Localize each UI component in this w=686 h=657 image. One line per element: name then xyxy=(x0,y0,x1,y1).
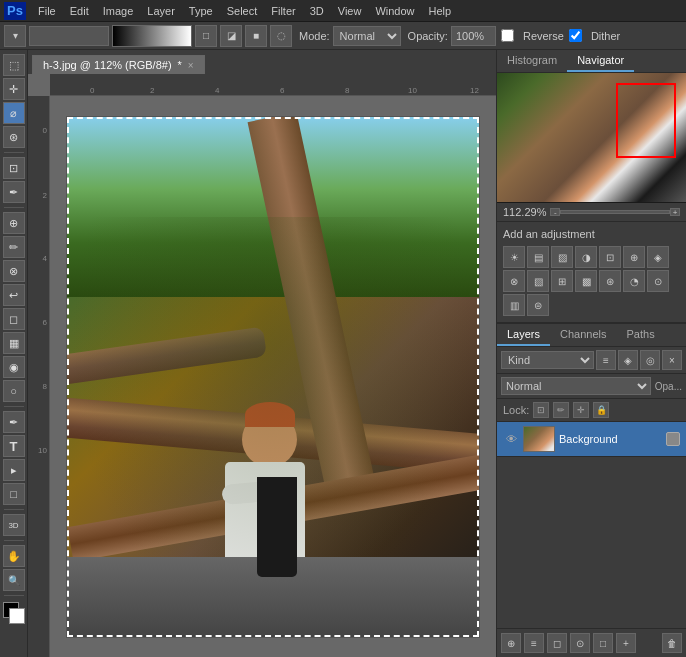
adj-photo-filter[interactable]: ▧ xyxy=(527,270,549,292)
adj-vibrance[interactable]: ⊡ xyxy=(599,246,621,268)
new-group-btn[interactable]: □ xyxy=(593,633,613,653)
link-layers-btn[interactable]: ⊕ xyxy=(501,633,521,653)
adj-posterize[interactable]: ◔ xyxy=(623,270,645,292)
gradient-preview[interactable] xyxy=(112,25,192,47)
adj-selective-color[interactable]: ⊜ xyxy=(527,294,549,316)
mode-icon-2[interactable]: ◪ xyxy=(220,25,242,47)
navigator-view-box xyxy=(616,83,676,158)
menu-image[interactable]: Image xyxy=(97,3,140,19)
layer-name: Background xyxy=(559,433,618,445)
opacity-label: Opa... xyxy=(655,381,682,392)
blur-tool[interactable]: ◉ xyxy=(3,356,25,378)
lock-all-btn[interactable]: 🔒 xyxy=(593,402,609,418)
quick-selection-tool[interactable]: ⊛ xyxy=(3,126,25,148)
menu-edit[interactable]: Edit xyxy=(64,3,95,19)
adj-levels[interactable]: ▤ xyxy=(527,246,549,268)
zoom-in-btn[interactable]: + xyxy=(670,208,680,216)
lock-transparent-btn[interactable]: ⊡ xyxy=(533,402,549,418)
menu-3d[interactable]: 3D xyxy=(304,3,330,19)
blend-mode-select[interactable]: Normal Dissolve Multiply Screen xyxy=(501,377,651,395)
delete-layer-btn[interactable]: 🗑 xyxy=(662,633,682,653)
document-tab[interactable]: h-3.jpg @ 112% (RGB/8#) * × xyxy=(32,55,205,74)
histogram-tab[interactable]: Histogram xyxy=(497,50,567,72)
add-style-btn[interactable]: ≡ xyxy=(524,633,544,653)
lock-image-btn[interactable]: ✏ xyxy=(553,402,569,418)
marquee-tool[interactable]: ⬚ xyxy=(3,54,25,76)
healing-brush-tool[interactable]: ⊕ xyxy=(3,212,25,234)
lock-position-btn[interactable]: ✛ xyxy=(573,402,589,418)
mode-select[interactable]: Normal Dissolve Multiply xyxy=(333,26,401,46)
adj-exposure[interactable]: ◑ xyxy=(575,246,597,268)
adj-bw[interactable]: ⊗ xyxy=(503,270,525,292)
paths-tab[interactable]: Paths xyxy=(617,324,665,346)
layers-filter-adjust[interactable]: ◈ xyxy=(618,350,638,370)
brush-preview[interactable] xyxy=(29,26,109,46)
ruler-mark-4: 4 xyxy=(215,86,219,95)
reverse-checkbox[interactable] xyxy=(501,29,514,42)
gradient-tool[interactable]: ▦ xyxy=(3,332,25,354)
tool-preset-btn[interactable]: ▾ xyxy=(4,25,26,47)
main-content: ⬚ ✛ ⌀ ⊛ ⊡ ✒ ⊕ ✏ ⊗ ↩ ◻ ▦ ◉ ○ ✒ T ▸ □ 3D ✋… xyxy=(0,50,686,657)
3d-tool[interactable]: 3D xyxy=(3,514,25,536)
menu-select[interactable]: Select xyxy=(221,3,264,19)
lasso-tool[interactable]: ⌀ xyxy=(3,102,25,124)
menu-filter[interactable]: Filter xyxy=(265,3,301,19)
layers-tab[interactable]: Layers xyxy=(497,324,550,346)
clone-stamp-tool[interactable]: ⊗ xyxy=(3,260,25,282)
navigator-tab[interactable]: Navigator xyxy=(567,50,634,72)
foreground-color[interactable] xyxy=(3,602,25,624)
mode-icon-4[interactable]: ◌ xyxy=(270,25,292,47)
tab-close-btn[interactable]: × xyxy=(188,60,194,71)
menu-window[interactable]: Window xyxy=(369,3,420,19)
mode-icon-3[interactable]: ■ xyxy=(245,25,267,47)
adj-gradient-map[interactable]: ▥ xyxy=(503,294,525,316)
rectangle-tool[interactable]: □ xyxy=(3,483,25,505)
adj-color-balance[interactable]: ◈ xyxy=(647,246,669,268)
mode-icon-1[interactable]: □ xyxy=(195,25,217,47)
type-tool[interactable]: T xyxy=(3,435,25,457)
adj-curves[interactable]: ▨ xyxy=(551,246,573,268)
adj-channel-mixer[interactable]: ⊞ xyxy=(551,270,573,292)
path-selection-tool[interactable]: ▸ xyxy=(3,459,25,481)
canvas-wrapper[interactable]: 0 2 4 6 8 10 12 0 2 4 6 8 10 xyxy=(28,74,496,657)
navigator-tabs: Histogram Navigator xyxy=(497,50,686,73)
history-brush-tool[interactable]: ↩ xyxy=(3,284,25,306)
eraser-tool[interactable]: ◻ xyxy=(3,308,25,330)
opacity-input[interactable] xyxy=(451,26,496,46)
crop-tool[interactable]: ⊡ xyxy=(3,157,25,179)
menu-type[interactable]: Type xyxy=(183,3,219,19)
dodge-tool[interactable]: ○ xyxy=(3,380,25,402)
move-tool[interactable]: ✛ xyxy=(3,78,25,100)
add-mask-btn[interactable]: ◻ xyxy=(547,633,567,653)
menu-view[interactable]: View xyxy=(332,3,368,19)
kind-select[interactable]: Kind xyxy=(501,351,594,369)
layers-filter-off[interactable]: × xyxy=(662,350,682,370)
menu-help[interactable]: Help xyxy=(423,3,458,19)
adj-invert[interactable]: ⊛ xyxy=(599,270,621,292)
dither-checkbox[interactable] xyxy=(569,29,582,42)
menu-layer[interactable]: Layer xyxy=(141,3,181,19)
hand-tool[interactable]: ✋ xyxy=(3,545,25,567)
adj-brightness[interactable]: ☀ xyxy=(503,246,525,268)
tab-filename: h-3.jpg @ 112% (RGB/8#) xyxy=(43,59,172,71)
menu-file[interactable]: File xyxy=(32,3,62,19)
brush-tool[interactable]: ✏ xyxy=(3,236,25,258)
layer-visibility-eye[interactable]: 👁 xyxy=(503,431,519,447)
opacity-label: Opacity: xyxy=(408,30,448,42)
zoom-out-btn[interactable]: - xyxy=(550,208,560,216)
layers-filter-type[interactable]: ≡ xyxy=(596,350,616,370)
new-layer-btn[interactable]: + xyxy=(616,633,636,653)
zoom-tool[interactable]: 🔍 xyxy=(3,569,25,591)
adj-threshold[interactable]: ⊙ xyxy=(647,270,669,292)
adj-hsl[interactable]: ⊕ xyxy=(623,246,645,268)
layers-filter-smart[interactable]: ◎ xyxy=(640,350,660,370)
pen-tool[interactable]: ✒ xyxy=(3,411,25,433)
layers-list: 👁 Background xyxy=(497,422,686,628)
channels-tab[interactable]: Channels xyxy=(550,324,616,346)
new-fill-btn[interactable]: ⊙ xyxy=(570,633,590,653)
adj-color-lookup[interactable]: ▩ xyxy=(575,270,597,292)
canvas-inner[interactable] xyxy=(50,96,496,657)
eyedropper-tool[interactable]: ✒ xyxy=(3,181,25,203)
zoom-slider[interactable] xyxy=(560,210,670,214)
layer-background[interactable]: 👁 Background xyxy=(497,422,686,457)
